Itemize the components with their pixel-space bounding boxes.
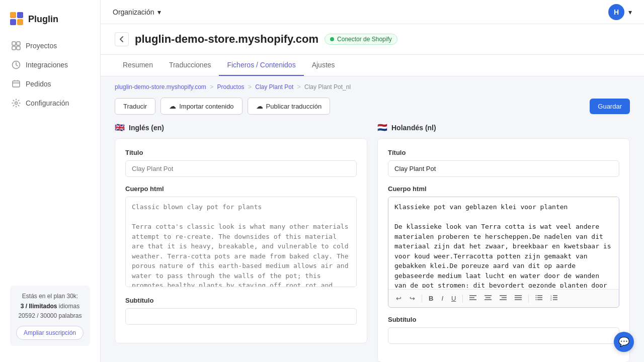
english-subtitulo-group: Subtítulo bbox=[125, 297, 357, 325]
dutch-titulo-group: Título bbox=[388, 149, 619, 177]
org-selector[interactable]: Organización ▾ bbox=[113, 8, 161, 16]
svg-text:3.: 3. bbox=[550, 299, 552, 301]
tab-ajustes[interactable]: Ajustes bbox=[304, 55, 343, 76]
pedidos-icon bbox=[12, 79, 21, 88]
toolbar-align-center-button[interactable] bbox=[481, 293, 495, 304]
english-panel: 🇬🇧 Inglés (en) Título Cuerpo html Subtít… bbox=[115, 123, 367, 362]
org-chevron-icon: ▾ bbox=[157, 8, 161, 16]
breadcrumb-clay-link[interactable]: Clay Plant Pot bbox=[255, 83, 293, 90]
chat-icon: 💬 bbox=[618, 336, 629, 347]
store-title: pluglin-demo-store.myshopify.com bbox=[135, 33, 318, 46]
toolbar-justify-button[interactable] bbox=[511, 293, 525, 304]
dutch-titulo-label: Título bbox=[388, 149, 619, 156]
english-titulo-input[interactable] bbox=[125, 160, 357, 177]
guardar-button[interactable]: Guardar bbox=[590, 99, 630, 114]
org-label: Organización bbox=[113, 8, 154, 16]
import-cloud-icon: ☁ bbox=[169, 102, 176, 110]
publicar-button[interactable]: ☁ Publicar traducción bbox=[248, 98, 331, 115]
proyectos-label: Proyectos bbox=[26, 42, 57, 50]
svg-rect-5 bbox=[17, 42, 20, 45]
logo-icon bbox=[10, 12, 24, 26]
pedidos-label: Pedidos bbox=[26, 80, 51, 88]
importar-label: Importar contenido bbox=[179, 103, 233, 110]
breadcrumb: pluglin-demo-store.myshopify.com > Produ… bbox=[101, 76, 644, 98]
importar-button[interactable]: ☁ Importar contenido bbox=[160, 98, 242, 115]
back-button[interactable] bbox=[115, 32, 129, 46]
list-ol-icon: 1.2.3. bbox=[550, 295, 557, 301]
sidebar-item-pedidos[interactable]: Pedidos bbox=[0, 74, 100, 94]
toolbar-undo-button[interactable]: ↩ bbox=[392, 293, 405, 304]
english-flag: 🇬🇧 bbox=[115, 123, 125, 132]
toolbar-redo-button[interactable]: ↪ bbox=[406, 293, 419, 304]
plan-usage: 3 / Ilimitados idiomas bbox=[16, 302, 84, 311]
svg-point-27 bbox=[536, 299, 537, 300]
dutch-cuerpo-group: Cuerpo html ↩ ↪ B I U bbox=[388, 185, 619, 308]
avatar[interactable]: H bbox=[608, 4, 624, 20]
breadcrumb-sep1: > bbox=[210, 83, 215, 90]
tab-resumen[interactable]: Resumen bbox=[115, 55, 161, 76]
dutch-titulo-input[interactable] bbox=[388, 160, 619, 177]
english-titulo-group: Título bbox=[125, 149, 357, 177]
traducir-button[interactable]: Traducir bbox=[115, 98, 155, 115]
english-lang-header: 🇬🇧 Inglés (en) bbox=[115, 123, 367, 132]
plan-box: Estás en el plan 30k: 3 / Ilimitados idi… bbox=[10, 286, 90, 346]
align-center-icon bbox=[485, 295, 492, 301]
dutch-cuerpo-textarea[interactable] bbox=[388, 197, 619, 288]
toolbar-sep3 bbox=[528, 295, 529, 303]
toolbar-list-ul-button[interactable] bbox=[532, 293, 546, 304]
toolbar-align-left-button[interactable] bbox=[466, 293, 480, 304]
proyectos-icon bbox=[12, 41, 21, 50]
breadcrumb-sep3: > bbox=[297, 83, 302, 90]
english-cuerpo-textarea[interactable] bbox=[125, 197, 357, 287]
toolbar-sep2 bbox=[462, 295, 463, 303]
sidebar: Pluglin Proyectos Integraciones Pedidos … bbox=[0, 0, 101, 362]
integraciones-label: Integraciones bbox=[26, 61, 68, 69]
breadcrumb-sep2: > bbox=[248, 83, 253, 90]
justify-icon bbox=[515, 295, 522, 301]
integraciones-icon bbox=[12, 60, 21, 69]
english-subtitulo-input[interactable] bbox=[125, 308, 357, 325]
configuracion-icon bbox=[12, 99, 21, 108]
breadcrumb-current: Clay Plant Pot_nl bbox=[304, 83, 351, 90]
plan-usage-strong: 3 / Ilimitados bbox=[21, 303, 57, 310]
tab-ficheros[interactable]: Ficheros / Contenidos bbox=[219, 55, 303, 76]
dutch-flag: 🇳🇱 bbox=[377, 123, 387, 132]
toolbar-italic-button[interactable]: I bbox=[438, 293, 447, 304]
topbar: Organización ▾ H ▾ bbox=[101, 0, 644, 24]
english-titulo-label: Título bbox=[125, 149, 357, 156]
breadcrumb-store-link[interactable]: pluglin-demo-store.myshopify.com bbox=[115, 83, 206, 90]
topbar-left: Organización ▾ bbox=[113, 8, 161, 16]
toolbar-list-ol-button[interactable]: 1.2.3. bbox=[547, 293, 561, 304]
traducir-label: Traducir bbox=[123, 103, 147, 110]
topbar-right: H ▾ bbox=[608, 4, 632, 20]
upgrade-button[interactable]: Ampliar suscripción bbox=[16, 326, 84, 340]
tab-traducciones[interactable]: Traducciones bbox=[161, 55, 219, 76]
logo-text: Pluglin bbox=[28, 14, 58, 25]
svg-point-23 bbox=[536, 295, 537, 296]
topbar-chevron-icon: ▾ bbox=[628, 8, 632, 16]
toolbar-sep1 bbox=[422, 295, 422, 303]
store-header: pluglin-demo-store.myshopify.com Conecto… bbox=[101, 24, 644, 55]
toolbar-align-right-button[interactable] bbox=[496, 293, 510, 304]
english-card: Título Cuerpo html Subtítulo bbox=[115, 138, 367, 343]
sidebar-item-proyectos[interactable]: Proyectos bbox=[0, 36, 100, 55]
sidebar-item-configuracion[interactable]: Configuración bbox=[0, 94, 100, 113]
dutch-panel: 🇳🇱 Holandés (nl) Título Cuerpo html ↩ bbox=[377, 123, 630, 362]
dutch-card: Título Cuerpo html ↩ ↪ B I bbox=[377, 138, 630, 362]
svg-rect-7 bbox=[17, 46, 20, 50]
toolbar-bold-button[interactable]: B bbox=[425, 293, 437, 304]
list-ul-icon bbox=[535, 295, 542, 301]
dutch-subtitulo-group: Subtítulo bbox=[388, 316, 619, 344]
shopify-badge-dot bbox=[330, 37, 334, 41]
chat-bubble[interactable]: 💬 bbox=[614, 332, 634, 352]
toolbar-underline-button[interactable]: U bbox=[448, 293, 459, 304]
svg-rect-3 bbox=[17, 19, 23, 25]
english-subtitulo-label: Subtítulo bbox=[125, 297, 357, 304]
breadcrumb-productos-link[interactable]: Productos bbox=[217, 83, 245, 90]
svg-rect-6 bbox=[12, 46, 16, 50]
sidebar-item-integraciones[interactable]: Integraciones bbox=[0, 55, 100, 74]
dutch-subtitulo-input[interactable] bbox=[388, 327, 619, 344]
main-content: Organización ▾ H ▾ pluglin-demo-store.my… bbox=[101, 0, 644, 362]
shopify-badge: Conector de Shopify bbox=[325, 34, 397, 45]
plan-line: Estás en el plan 30k: bbox=[16, 292, 84, 301]
